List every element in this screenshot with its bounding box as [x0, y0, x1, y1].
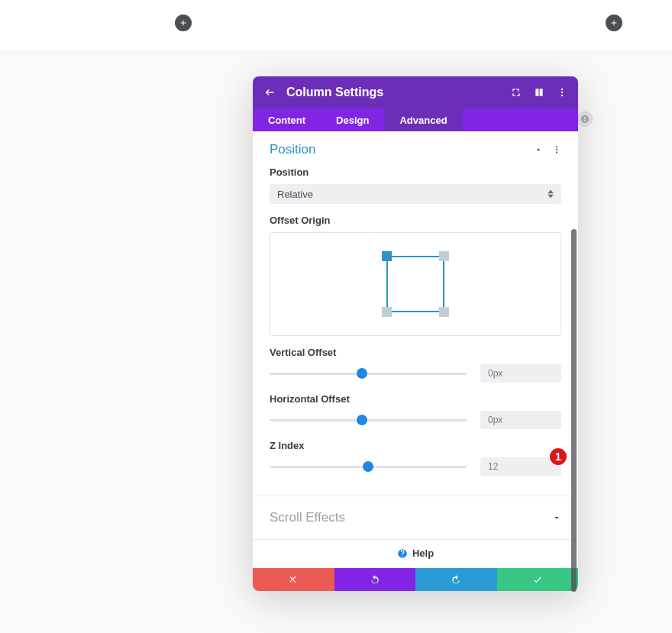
- position-select-value: Relative: [277, 189, 313, 200]
- kebab-icon: [552, 145, 561, 154]
- page-top-bar: [0, 0, 672, 50]
- z-index-input[interactable]: 12: [480, 457, 561, 476]
- scroll-effects-title: Scroll Effects: [270, 510, 345, 525]
- offset-origin-picker[interactable]: [270, 232, 561, 336]
- help-icon: [397, 548, 408, 559]
- expand-icon: [511, 87, 522, 98]
- panel-menu-button[interactable]: [557, 87, 567, 98]
- horizontal-offset-thumb[interactable]: [357, 415, 367, 425]
- position-section-title: Position: [270, 142, 315, 157]
- scrollbar[interactable]: [571, 229, 577, 592]
- origin-top-right-handle[interactable]: [439, 251, 449, 261]
- svg-point-3: [556, 147, 557, 148]
- redo-button[interactable]: [415, 568, 497, 591]
- undo-icon: [370, 574, 380, 585]
- vertical-offset-slider[interactable]: [270, 373, 467, 375]
- origin-outline: [386, 256, 444, 312]
- panel-footer: [253, 568, 578, 591]
- svg-point-1: [561, 92, 563, 93]
- z-index-thumb[interactable]: [363, 461, 373, 472]
- horizontal-offset-input[interactable]: 0px: [480, 411, 561, 429]
- back-arrow-icon: [263, 86, 276, 99]
- add-module-button[interactable]: [175, 15, 192, 31]
- plus-icon: [609, 18, 619, 27]
- chevron-up-icon: [534, 145, 543, 154]
- origin-bottom-right-handle[interactable]: [439, 307, 449, 317]
- check-icon: [532, 574, 543, 585]
- offset-origin-label: Offset Origin: [270, 215, 561, 226]
- vertical-offset-thumb[interactable]: [357, 368, 367, 379]
- canvas-widget-icon: [577, 111, 593, 127]
- cancel-button[interactable]: [253, 568, 334, 591]
- scroll-effects-section-header[interactable]: Scroll Effects: [270, 496, 561, 539]
- select-caret-icon: [548, 190, 554, 199]
- z-index-label: Z Index: [270, 440, 561, 451]
- tab-design[interactable]: Design: [321, 108, 384, 131]
- expand-button[interactable]: [511, 87, 522, 98]
- responsive-button[interactable]: [534, 87, 544, 98]
- column-settings-panel: Column Settings Content Design Advanced …: [253, 76, 578, 591]
- save-button[interactable]: [497, 568, 579, 591]
- vertical-offset-label: Vertical Offset: [270, 347, 561, 358]
- svg-point-5: [556, 152, 557, 153]
- horizontal-offset-label: Horizontal Offset: [270, 393, 561, 405]
- collapse-section-button[interactable]: [534, 145, 543, 154]
- close-icon: [288, 574, 299, 585]
- horizontal-offset-slider[interactable]: [270, 419, 467, 421]
- svg-point-4: [556, 149, 557, 150]
- position-select[interactable]: Relative: [270, 184, 561, 204]
- redo-icon: [451, 574, 461, 585]
- origin-bottom-left-handle[interactable]: [382, 307, 392, 317]
- svg-point-0: [561, 89, 563, 90]
- tab-advanced[interactable]: Advanced: [384, 108, 462, 131]
- origin-top-left-handle[interactable]: [382, 251, 392, 261]
- vertical-offset-input[interactable]: 0px: [480, 364, 561, 383]
- panel-tabs: Content Design Advanced: [253, 108, 578, 131]
- panel-body: Position Position Relative Offset Origin: [253, 131, 578, 568]
- back-button[interactable]: [263, 86, 276, 99]
- section-menu-button[interactable]: [552, 145, 561, 154]
- annotation-badge-1: 1: [550, 448, 567, 465]
- chevron-down-icon: [552, 513, 561, 522]
- plus-icon: [179, 18, 188, 27]
- kebab-icon: [557, 87, 567, 98]
- help-label: Help: [412, 547, 434, 559]
- globe-icon: [580, 115, 590, 124]
- add-module-button[interactable]: [606, 15, 622, 31]
- columns-icon: [534, 87, 544, 98]
- help-link[interactable]: Help: [253, 539, 578, 568]
- tab-content[interactable]: Content: [253, 108, 321, 131]
- panel-title: Column Settings: [286, 86, 511, 99]
- position-field-label: Position: [270, 166, 561, 178]
- undo-button[interactable]: [334, 568, 416, 591]
- panel-header: Column Settings: [253, 76, 578, 108]
- svg-point-2: [561, 95, 563, 96]
- position-section-header[interactable]: Position: [270, 142, 561, 157]
- z-index-slider[interactable]: [270, 466, 467, 468]
